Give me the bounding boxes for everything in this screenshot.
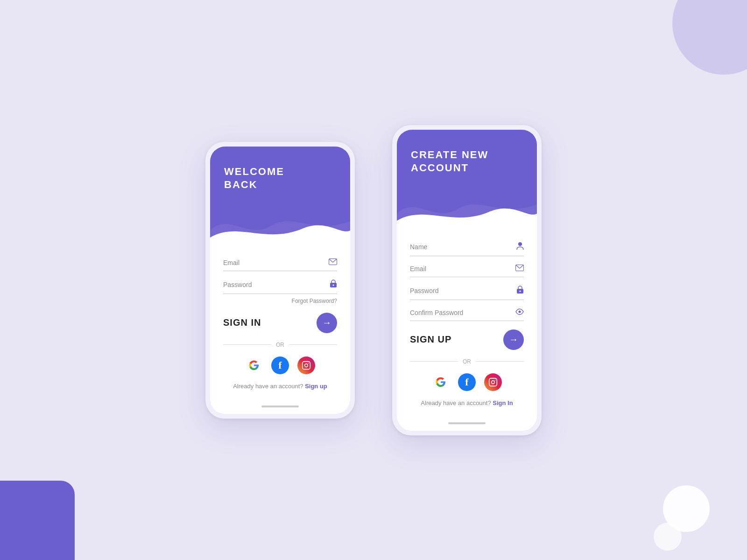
signin-password-field[interactable] — [223, 280, 337, 294]
phones-container: WELCOME BACK — [205, 125, 542, 435]
or-line-right — [289, 344, 337, 345]
signup-form-area: SIGN UP → OR — [397, 232, 537, 418]
svg-rect-11 — [489, 378, 497, 386]
signin-blob-header: WELCOME BACK — [210, 147, 350, 249]
signup-password-field[interactable] — [410, 286, 524, 300]
signup-name-input[interactable] — [410, 243, 514, 251]
signup-home-indicator — [448, 422, 486, 424]
signup-email-input[interactable] — [410, 265, 513, 273]
signin-or-text: OR — [276, 342, 284, 348]
signin-form-area: Forgot Password? SIGN IN → OR — [210, 249, 350, 401]
svg-point-12 — [492, 380, 495, 384]
signin-account-link[interactable]: Sign up — [305, 383, 327, 390]
signin-arrow-button[interactable]: → — [317, 313, 337, 333]
email-icon — [329, 259, 337, 267]
svg-point-4 — [305, 364, 308, 367]
signup-confirm-password-input[interactable] — [410, 309, 513, 316]
svg-point-5 — [308, 363, 309, 364]
signup-action-row: SIGN UP → — [410, 329, 524, 350]
signup-or-divider: OR — [410, 358, 524, 365]
signup-confirm-password-field[interactable] — [410, 308, 524, 321]
signin-title-line1: WELCOME — [224, 166, 284, 177]
svg-point-10 — [519, 310, 521, 313]
signup-lock-icon — [516, 286, 524, 296]
phone-signup: CREATE NEW ACCOUNT — [392, 125, 542, 435]
signup-title-line2: ACCOUNT — [411, 162, 469, 174]
signin-account-text: Already have an account? Sign up — [223, 383, 337, 390]
signin-title-line2: BACK — [224, 179, 258, 190]
svg-point-13 — [495, 379, 496, 380]
signup-or-line-left — [410, 361, 458, 362]
google-signup-button[interactable] — [432, 373, 450, 391]
signup-email-field[interactable] — [410, 265, 524, 277]
signup-blob-header: CREATE NEW ACCOUNT — [397, 130, 537, 232]
lock-icon — [330, 280, 337, 290]
facebook-signin-button[interactable]: f — [271, 357, 289, 374]
instagram-signin-button[interactable] — [297, 357, 315, 374]
deco-circle-bottom-right-small — [654, 523, 682, 551]
signin-header-title: WELCOME BACK — [224, 165, 284, 192]
eye-icon — [515, 308, 524, 317]
signup-header-title: CREATE NEW ACCOUNT — [411, 148, 488, 175]
google-signin-button[interactable] — [245, 357, 263, 374]
forgot-password-label[interactable]: Forgot Password? — [292, 298, 337, 304]
signup-arrow-button[interactable]: → — [503, 329, 524, 350]
signup-label: SIGN UP — [410, 334, 451, 345]
facebook-signup-button[interactable]: f — [458, 373, 476, 391]
signin-email-input[interactable] — [223, 259, 326, 266]
deco-circle-bottom-left — [0, 481, 75, 560]
signup-email-icon — [515, 265, 524, 273]
signup-title-line1: CREATE NEW — [411, 149, 488, 161]
deco-circle-top-right — [672, 0, 747, 75]
signup-name-field[interactable] — [410, 242, 524, 256]
signup-account-static: Already have an account? — [421, 399, 491, 406]
instagram-signup-button[interactable] — [484, 373, 502, 391]
phone-signin: WELCOME BACK — [205, 142, 355, 419]
signup-social-row: f — [410, 373, 524, 391]
signup-password-input[interactable] — [410, 287, 514, 294]
signin-email-field[interactable] — [223, 259, 337, 271]
signup-or-line-right — [476, 361, 524, 362]
signup-account-text: Already have an account? Sign In — [410, 399, 524, 406]
svg-point-2 — [333, 284, 334, 286]
signin-password-input[interactable] — [223, 281, 327, 288]
signin-or-divider: OR — [223, 342, 337, 348]
signup-or-text: OR — [463, 358, 471, 365]
signin-social-row: f — [223, 357, 337, 374]
signin-account-static: Already have an account? — [233, 383, 303, 390]
or-line-left — [223, 344, 271, 345]
svg-rect-3 — [303, 361, 310, 369]
signin-action-row: SIGN IN → — [223, 313, 337, 333]
signup-account-link[interactable]: Sign In — [493, 399, 513, 406]
signin-label: SIGN IN — [223, 317, 261, 328]
svg-point-6 — [518, 242, 522, 246]
forgot-password-text[interactable]: Forgot Password? — [223, 298, 337, 304]
phone-signup-inner: CREATE NEW ACCOUNT — [397, 130, 537, 431]
person-icon — [516, 242, 524, 252]
phone-signin-inner: WELCOME BACK — [210, 147, 350, 414]
signin-home-indicator — [261, 406, 299, 407]
svg-point-9 — [520, 290, 521, 292]
